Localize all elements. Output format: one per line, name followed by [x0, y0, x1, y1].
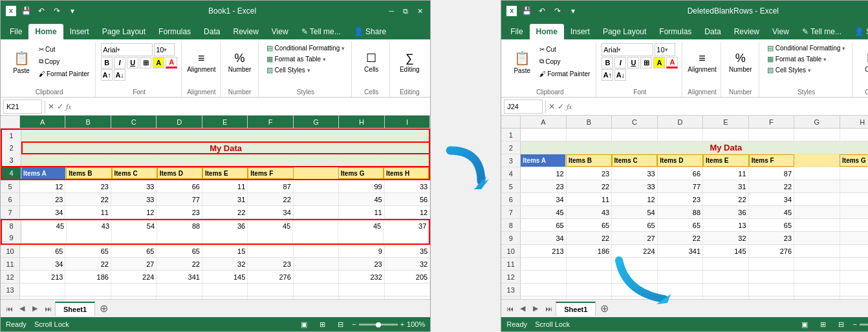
- cell-r6-e[interactable]: 22: [703, 193, 748, 205]
- cell-8-i[interactable]: 37: [384, 220, 429, 232]
- zoom-slider-right[interactable]: [860, 324, 868, 326]
- cell-r13-h[interactable]: [840, 284, 869, 296]
- col-header-C-right[interactable]: C: [612, 116, 657, 128]
- cell-3-a[interactable]: [21, 154, 67, 166]
- cell-r1-g[interactable]: [794, 129, 840, 141]
- copy-btn[interactable]: ⧉Copy: [37, 56, 91, 67]
- cell-13-g[interactable]: [294, 284, 339, 296]
- cell-5-f[interactable]: 87: [248, 180, 293, 192]
- cell-8-d[interactable]: 88: [157, 220, 202, 232]
- italic-btn[interactable]: I: [114, 57, 125, 68]
- paste-btn-right[interactable]: 📋 Paste: [508, 43, 536, 82]
- cell-4-b[interactable]: Items B: [66, 167, 111, 179]
- number-btn-right[interactable]: % Number: [726, 43, 755, 82]
- cells-btn-right[interactable]: ☐ Cells: [858, 43, 868, 82]
- cell-12-g[interactable]: [294, 271, 339, 283]
- cell-12-f[interactable]: 276: [248, 271, 293, 283]
- cell-r5-d[interactable]: 77: [658, 180, 703, 192]
- cell-11-e[interactable]: 32: [202, 258, 248, 270]
- cell-r12-b[interactable]: [567, 271, 612, 283]
- sheet-nav-prev[interactable]: ◀: [16, 303, 28, 315]
- cell-3-i[interactable]: [384, 154, 429, 166]
- cell-r10-f[interactable]: 276: [749, 245, 794, 257]
- cell-1-e[interactable]: [202, 130, 248, 141]
- cell-11-g[interactable]: [294, 258, 339, 270]
- cell-r3-h[interactable]: Items G: [840, 154, 868, 167]
- cell-r1-e[interactable]: [703, 129, 748, 141]
- cell-13-f[interactable]: [248, 284, 293, 296]
- cell-r6-f[interactable]: 34: [749, 193, 794, 205]
- format-painter-btn[interactable]: 🖌Format Painter: [37, 68, 91, 79]
- cell-r12-e[interactable]: [703, 271, 748, 283]
- paste-btn-left[interactable]: 📋 Paste: [7, 43, 36, 82]
- sheet-nav-prev-right[interactable]: ◀: [517, 303, 528, 315]
- increase-font-btn[interactable]: A↑: [101, 69, 113, 81]
- alignment-btn[interactable]: ≡ Alignment: [187, 43, 215, 82]
- col-header-I[interactable]: I: [385, 116, 430, 128]
- cell-7-e[interactable]: 22: [202, 206, 248, 218]
- cell-r10-b[interactable]: 186: [567, 245, 612, 257]
- cell-1-g[interactable]: [293, 130, 338, 141]
- cell-r8-h[interactable]: 9: [840, 219, 869, 231]
- cell-11-b[interactable]: 22: [65, 258, 111, 270]
- cell-3-h[interactable]: [338, 154, 384, 166]
- tab-view-left[interactable]: View: [265, 24, 295, 39]
- cell-1-d[interactable]: [157, 130, 202, 141]
- col-header-A[interactable]: A: [20, 116, 65, 128]
- restore-btn-left[interactable]: ⧉: [400, 6, 411, 16]
- cell-3-b[interactable]: [67, 154, 112, 166]
- formula-enter-icon[interactable]: ✓: [57, 102, 63, 111]
- cell-4-c[interactable]: Items C: [112, 167, 157, 179]
- cell-6-g[interactable]: [294, 193, 339, 205]
- cell-13-c[interactable]: [111, 284, 157, 296]
- page-layout-view-btn-right[interactable]: ⊞: [816, 319, 829, 329]
- save-qat-btn[interactable]: 💾: [20, 5, 32, 17]
- cell-r7-d[interactable]: 88: [658, 206, 703, 218]
- formula-cancel-icon[interactable]: ✕: [48, 102, 54, 111]
- cell-styles-btn-right[interactable]: ▧ Cell Styles ▾: [765, 65, 849, 75]
- cell-r7-c[interactable]: 54: [612, 206, 657, 218]
- tab-data-left[interactable]: Data: [197, 24, 226, 39]
- close-btn-left[interactable]: ✕: [415, 6, 425, 16]
- cell-r3-a[interactable]: Items A: [521, 154, 566, 167]
- col-header-G-right[interactable]: G: [794, 116, 840, 128]
- cell-6-i[interactable]: 56: [385, 193, 430, 205]
- cell-r6-h[interactable]: 11: [840, 193, 869, 205]
- cell-3-g[interactable]: [293, 154, 338, 166]
- italic-btn-right[interactable]: I: [614, 57, 626, 68]
- cell-r9-a[interactable]: 34: [521, 232, 566, 244]
- border-btn-right[interactable]: ⊞: [640, 57, 652, 68]
- cell-8-a[interactable]: 45: [21, 220, 67, 232]
- cell-11-d[interactable]: 22: [157, 258, 202, 270]
- cell-12-a[interactable]: 213: [20, 271, 65, 283]
- cell-12-e[interactable]: 145: [202, 271, 248, 283]
- cell-r12-f[interactable]: [749, 271, 794, 283]
- cell-8-h[interactable]: 45: [338, 220, 384, 232]
- col-header-F-right[interactable]: F: [749, 116, 794, 128]
- cell-4-h[interactable]: Items G: [338, 167, 384, 179]
- cell-r8-a[interactable]: 65: [521, 219, 566, 231]
- cell-r7-f[interactable]: 45: [749, 206, 794, 218]
- cell-r9-e[interactable]: 32: [703, 232, 748, 244]
- save-qat-btn-right[interactable]: 💾: [521, 5, 532, 17]
- cell-r1-h[interactable]: [840, 129, 869, 141]
- cell-12-d[interactable]: 341: [157, 271, 202, 283]
- cell-6-h[interactable]: 45: [339, 193, 384, 205]
- bold-btn[interactable]: B: [101, 57, 113, 68]
- cell-r11-g[interactable]: [794, 258, 840, 270]
- cell-r4-f[interactable]: 87: [749, 167, 794, 180]
- tab-insert-right[interactable]: Insert: [564, 24, 596, 39]
- sheet-tab-sheet1-left[interactable]: Sheet1: [55, 302, 95, 316]
- cell-r6-b[interactable]: 11: [567, 193, 612, 205]
- zoom-slider[interactable]: [359, 324, 398, 326]
- editing-btn[interactable]: ∑ Editing: [395, 43, 424, 82]
- cell-10-c[interactable]: 65: [111, 245, 157, 257]
- zoom-minus-btn[interactable]: −: [352, 320, 356, 328]
- col-header-D[interactable]: D: [157, 116, 202, 128]
- cell-4-a[interactable]: Items A: [21, 167, 66, 179]
- formula-cancel-icon-right[interactable]: ✕: [548, 102, 555, 111]
- tab-home-right[interactable]: Home: [530, 24, 564, 39]
- cell-8-b[interactable]: 43: [67, 220, 112, 232]
- cell-4-g[interactable]: [294, 167, 338, 179]
- formula-fx-icon[interactable]: 𝑓𝑥: [66, 102, 71, 111]
